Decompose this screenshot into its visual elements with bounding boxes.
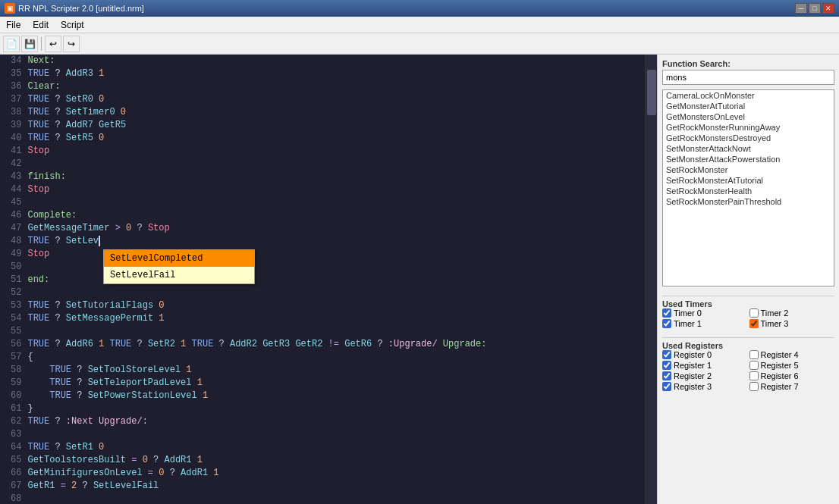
line-number: 47 <box>0 222 27 235</box>
line-number: 54 <box>0 312 27 325</box>
register-checkbox[interactable] <box>662 361 671 370</box>
line-number: 64 <box>0 441 27 454</box>
code-row: 39TRUE ? AddR7 GetR5 <box>0 119 645 132</box>
right-panel: Function Search: CameraLockOnMonsterGetM… <box>657 55 839 504</box>
register-checkbox[interactable] <box>749 361 759 370</box>
function-list-item[interactable]: SetRockMonsterPainThreshold <box>663 196 834 207</box>
menu-script[interactable]: Script <box>55 17 90 33</box>
register-checkbox[interactable] <box>662 371 671 380</box>
register-checkbox-row: Register 7 <box>749 382 835 391</box>
code-row: 41Stop <box>0 145 645 158</box>
line-code: GetToolstoresBuilt = 0 ? AddR1 1 <box>27 454 645 467</box>
timer-checkbox[interactable] <box>662 319 671 328</box>
minimize-button[interactable]: ─ <box>795 3 807 14</box>
line-code <box>27 286 645 299</box>
code-scroll[interactable]: 34Next:35TRUE ? AddR3 136Clear:37TRUE ? … <box>0 55 645 504</box>
line-number: 65 <box>0 454 27 467</box>
register-checkbox[interactable] <box>749 382 759 391</box>
function-list-item[interactable]: SetMonsterAttackPowerstation <box>663 154 834 164</box>
editor-scrollbar[interactable] <box>645 55 657 504</box>
function-list-item[interactable]: SetMonsterAttackNowt <box>663 143 834 154</box>
window-title: RR NPL Scripter 2.0 [untitled.nrm] <box>18 4 144 13</box>
line-code <box>27 493 645 504</box>
line-code: Next: <box>27 55 645 67</box>
timer-checkbox-row: Timer 3 <box>749 319 835 328</box>
code-row: 63 <box>0 428 645 441</box>
line-code <box>27 428 645 441</box>
line-code: GetMessageTimer > 0 ? Stop <box>27 222 645 235</box>
maximize-button[interactable]: □ <box>809 3 821 14</box>
line-number: 67 <box>0 480 27 493</box>
code-row: 35TRUE ? AddR3 1 <box>0 67 645 80</box>
timer-checkbox-row: Timer 0 <box>662 308 748 318</box>
function-search-label: Function Search: <box>662 59 834 68</box>
function-list-item[interactable]: GetMonstersOnLevel <box>663 111 834 122</box>
function-search-input[interactable] <box>662 70 834 85</box>
line-code: TRUE ? AddR3 1 <box>27 67 645 80</box>
scroll-thumb[interactable] <box>647 70 656 115</box>
timer-checkbox[interactable] <box>662 308 671 318</box>
function-list-item[interactable]: CameraLockOnMonster <box>663 90 834 101</box>
register-checkbox-row: Register 4 <box>749 350 835 359</box>
redo-button[interactable]: ↪ <box>63 36 80 52</box>
function-list-item[interactable]: SetRockMonsterAtTutorial <box>663 175 834 186</box>
line-code: TRUE ? SetTimer0 0 <box>27 106 645 119</box>
line-number: 58 <box>0 364 27 377</box>
function-list-item[interactable]: SetRockMonster <box>663 164 834 175</box>
line-number: 40 <box>0 132 27 145</box>
register-checkbox[interactable] <box>749 350 759 359</box>
undo-button[interactable]: ↩ <box>45 36 61 52</box>
line-number: 62 <box>0 415 27 428</box>
code-row: 40TRUE ? SetR5 0 <box>0 132 645 145</box>
code-row: 52 <box>0 286 645 299</box>
editor-area[interactable]: 34Next:35TRUE ? AddR3 136Clear:37TRUE ? … <box>0 55 645 504</box>
line-code: TRUE ? SetR5 0 <box>27 132 645 145</box>
new-button[interactable]: 📄 <box>3 36 20 52</box>
function-list-item[interactable]: GetMonsterAtTutorial <box>663 101 834 111</box>
line-number: 42 <box>0 158 27 171</box>
timer-checkbox[interactable] <box>749 319 759 328</box>
code-row: 66GetMinifiguresOnLevel = 0 ? AddR1 1 <box>0 467 645 480</box>
line-code: Clear: <box>27 80 645 93</box>
line-number: 68 <box>0 493 27 504</box>
line-number: 55 <box>0 325 27 338</box>
register-checkbox-row: Register 2 <box>662 371 748 380</box>
register-label: Register 1 <box>674 361 712 370</box>
register-checkbox-row: Register 6 <box>749 371 835 380</box>
line-number: 53 <box>0 299 27 312</box>
line-code: TRUE ? SetTeleportPadLevel 1 <box>27 377 645 390</box>
autocomplete-item[interactable]: SetLevelCompleted <box>104 250 254 267</box>
function-list-item[interactable]: GetRockMonstersDestroyed <box>663 133 834 143</box>
code-row: 65GetToolstoresBuilt = 0 ? AddR1 1 <box>0 454 645 467</box>
timer-label: Timer 3 <box>761 319 789 328</box>
code-row: 50 <box>0 261 645 274</box>
line-code: TRUE ? SetTutorialFlags 0 <box>27 299 645 312</box>
close-button[interactable]: ✕ <box>822 3 834 14</box>
used-timers-label: Used Timers <box>662 296 834 308</box>
timer-checkbox-row: Timer 1 <box>662 319 748 328</box>
code-row: 60 TRUE ? SetPowerStationLevel 1 <box>0 390 645 402</box>
line-code <box>27 158 645 171</box>
code-row: 36Clear: <box>0 80 645 93</box>
line-number: 48 <box>0 235 27 248</box>
register-checkbox[interactable] <box>749 371 759 380</box>
register-checkbox[interactable] <box>662 350 671 359</box>
register-checkbox[interactable] <box>662 382 671 391</box>
line-number: 43 <box>0 171 27 183</box>
menu-file[interactable]: File <box>0 17 27 33</box>
autocomplete-dropdown[interactable]: SetLevelCompletedSetLevelFail <box>103 249 255 284</box>
function-list[interactable]: CameraLockOnMonsterGetMonsterAtTutorialG… <box>662 89 834 286</box>
menu-edit[interactable]: Edit <box>27 17 55 33</box>
code-table: 34Next:35TRUE ? AddR3 136Clear:37TRUE ? … <box>0 55 645 504</box>
function-list-item[interactable]: GetRockMonsterRunningAway <box>663 122 834 133</box>
line-code: } <box>27 402 645 415</box>
line-number: 38 <box>0 106 27 119</box>
menu-bar: File Edit Script <box>0 17 839 33</box>
save-button[interactable]: 💾 <box>21 36 38 52</box>
app-icon: ▣ <box>5 3 15 14</box>
function-list-item[interactable]: SetRockMonsterHealth <box>663 186 834 196</box>
timer-checkbox[interactable] <box>749 308 759 318</box>
line-number: 51 <box>0 274 27 286</box>
line-code: TRUE ? :Next Upgrade/: <box>27 415 645 428</box>
autocomplete-item[interactable]: SetLevelFail <box>104 267 254 283</box>
